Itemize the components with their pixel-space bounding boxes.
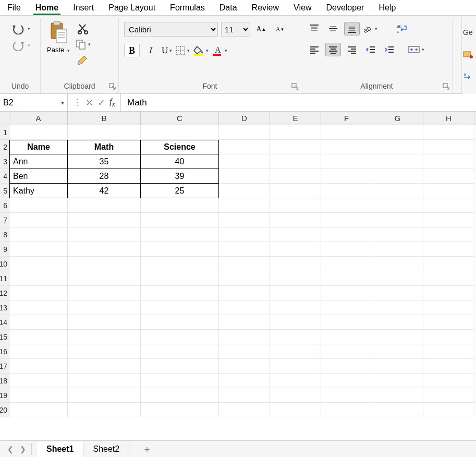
cell-A16[interactable] — [9, 344, 68, 359]
cell-C10[interactable] — [141, 257, 219, 271]
cell-G20[interactable] — [372, 403, 423, 417]
row-header-2[interactable]: 2 — [0, 140, 9, 154]
row-header-7[interactable]: 7 — [0, 213, 9, 227]
cell-H16[interactable] — [423, 344, 474, 359]
cell-E9[interactable] — [270, 242, 321, 257]
cell-H2[interactable] — [423, 140, 474, 154]
row-header-17[interactable]: 17 — [0, 359, 9, 374]
cell-D13[interactable] — [219, 300, 270, 315]
align-bottom-button[interactable] — [344, 22, 360, 35]
col-header-G[interactable]: G — [372, 112, 423, 125]
cell-F5[interactable] — [321, 184, 372, 198]
cell-E5[interactable] — [270, 184, 321, 198]
cell-C8[interactable] — [141, 227, 219, 242]
font-color-button[interactable]: A ▾ — [212, 45, 227, 56]
cell-G11[interactable] — [372, 271, 423, 286]
cell-A3[interactable]: Ann — [9, 154, 68, 169]
tab-help[interactable]: Help — [371, 1, 403, 15]
cell-A12[interactable] — [9, 286, 68, 300]
align-left-button[interactable] — [307, 43, 322, 56]
cell-H10[interactable] — [423, 257, 474, 271]
borders-button[interactable]: ▾ — [175, 45, 190, 56]
cell-E15[interactable] — [270, 330, 321, 344]
cell-H12[interactable] — [423, 286, 474, 300]
cell-C5[interactable]: 25 — [141, 184, 219, 198]
cell-E17[interactable] — [270, 359, 321, 374]
row-header-4[interactable]: 4 — [0, 169, 9, 184]
cell-F4[interactable] — [321, 169, 372, 184]
col-header-F[interactable]: F — [321, 112, 372, 125]
tab-page-layout[interactable]: Page Layout — [101, 1, 163, 15]
cell-B10[interactable] — [68, 257, 141, 271]
tab-formulas[interactable]: Formulas — [163, 1, 212, 15]
tab-insert[interactable]: Insert — [66, 1, 101, 15]
cell-E14[interactable] — [270, 315, 321, 330]
cell-E7[interactable] — [270, 213, 321, 227]
cell-F17[interactable] — [321, 359, 372, 374]
cell-B1[interactable] — [68, 125, 141, 140]
cell-C11[interactable] — [141, 271, 219, 286]
cell-H19[interactable] — [423, 388, 474, 403]
tab-view[interactable]: View — [286, 1, 319, 15]
merge-center-button[interactable]: ▾ — [408, 45, 424, 54]
add-sheet-button[interactable]: ＋ — [140, 442, 154, 456]
cell-A7[interactable] — [9, 213, 68, 227]
cell-A13[interactable] — [9, 300, 68, 315]
cell-G6[interactable] — [372, 198, 423, 213]
cell-H20[interactable] — [423, 403, 474, 417]
underline-button[interactable]: U▾ — [162, 45, 172, 56]
cell-H9[interactable] — [423, 242, 474, 257]
decrease-font-button[interactable]: A▼ — [272, 22, 288, 36]
cell-A17[interactable] — [9, 359, 68, 374]
cell-H7[interactable] — [423, 213, 474, 227]
align-top-button[interactable] — [307, 22, 322, 35]
cell-A2[interactable]: Name — [9, 140, 68, 154]
cell-F18[interactable] — [321, 374, 372, 388]
cell-G17[interactable] — [372, 359, 423, 374]
cell-D10[interactable] — [219, 257, 270, 271]
cell-A11[interactable] — [9, 271, 68, 286]
cell-G14[interactable] — [372, 315, 423, 330]
fill-color-button[interactable]: ▾ — [193, 45, 209, 56]
cell-D5[interactable] — [219, 184, 270, 198]
cell-E11[interactable] — [270, 271, 321, 286]
col-header-E[interactable]: E — [270, 112, 321, 125]
col-header-D[interactable]: D — [219, 112, 270, 125]
cell-H5[interactable] — [423, 184, 474, 198]
cell-A4[interactable]: Ben — [9, 169, 68, 184]
cell-E10[interactable] — [270, 257, 321, 271]
cell-A15[interactable] — [9, 330, 68, 344]
cell-D3[interactable] — [219, 154, 270, 169]
cell-G3[interactable] — [372, 154, 423, 169]
cell-E8[interactable] — [270, 227, 321, 242]
cell-C12[interactable] — [141, 286, 219, 300]
cell-C17[interactable] — [141, 359, 219, 374]
cell-B5[interactable]: 42 — [68, 184, 141, 198]
cell-B15[interactable] — [68, 330, 141, 344]
cell-B6[interactable] — [68, 198, 141, 213]
cell-C2[interactable]: Science — [141, 140, 219, 154]
alignment-launcher[interactable] — [443, 83, 450, 90]
align-middle-button[interactable] — [325, 22, 341, 35]
cell-A19[interactable] — [9, 388, 68, 403]
row-header-19[interactable]: 19 — [0, 388, 9, 403]
cell-B9[interactable] — [68, 242, 141, 257]
col-header-C[interactable]: C — [141, 112, 219, 125]
cell-F14[interactable] — [321, 315, 372, 330]
decrease-indent-button[interactable] — [363, 43, 379, 56]
cell-D8[interactable] — [219, 227, 270, 242]
tab-file[interactable]: File — [0, 1, 28, 15]
col-header-B[interactable]: B — [68, 112, 141, 125]
row-header-12[interactable]: 12 — [0, 286, 9, 300]
cell-D1[interactable] — [219, 125, 270, 140]
increase-indent-button[interactable] — [382, 43, 397, 56]
enter-formula-icon[interactable]: ✓ — [97, 97, 105, 109]
cell-D17[interactable] — [219, 359, 270, 374]
cell-D4[interactable] — [219, 169, 270, 184]
formula-input[interactable]: Math — [121, 94, 476, 111]
cell-D14[interactable] — [219, 315, 270, 330]
cell-F15[interactable] — [321, 330, 372, 344]
cell-H8[interactable] — [423, 227, 474, 242]
clipboard-launcher[interactable] — [109, 83, 116, 90]
cell-C20[interactable] — [141, 403, 219, 417]
